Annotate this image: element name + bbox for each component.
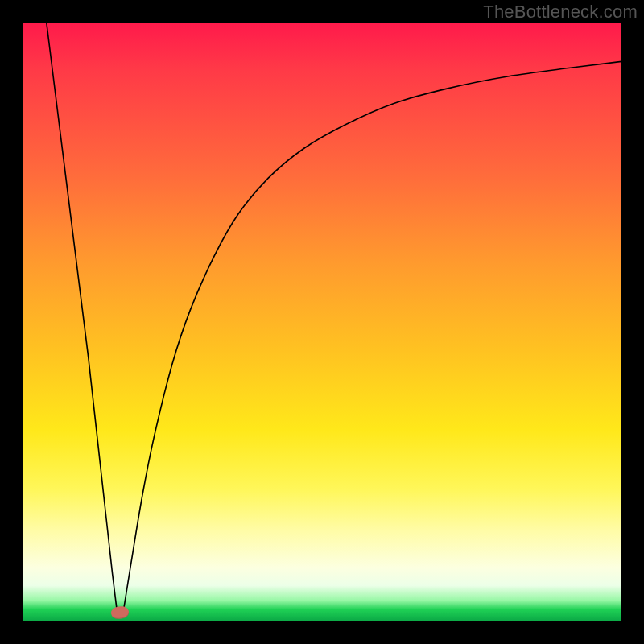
chart-frame: TheBottleneck.com bbox=[0, 0, 644, 644]
curve-left-branch bbox=[47, 23, 118, 613]
watermark-text: TheBottleneck.com bbox=[483, 2, 638, 23]
bottleneck-curve bbox=[23, 23, 621, 621]
curve-right-branch bbox=[123, 61, 621, 612]
plot-area bbox=[23, 23, 621, 621]
